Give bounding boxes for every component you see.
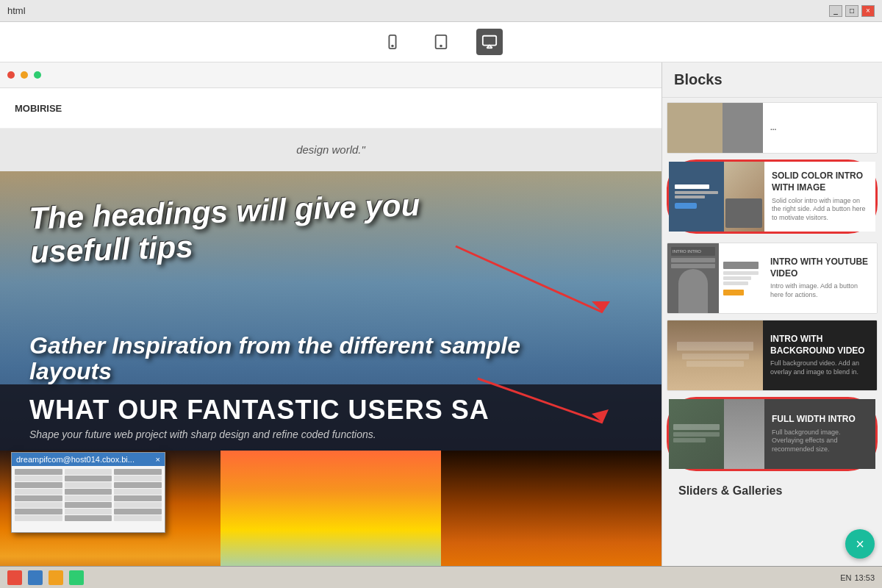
tablet-view-button[interactable] (428, 29, 454, 55)
chat-row (15, 476, 162, 481)
block-item-top-partial[interactable]: ... (667, 102, 878, 154)
block-item-full-width[interactable]: FULL WIDTH INTRO Full background image. … (667, 397, 878, 471)
block-desc-youtube: Intro with image. Add a button here for … (770, 282, 870, 299)
taskbar-icon-2[interactable] (28, 570, 43, 585)
quote-area: design world." (0, 129, 662, 171)
chat-body (12, 466, 165, 532)
block-title-partial: ... (770, 123, 870, 132)
block-item-solid-color-intro[interactable]: SOLID COLOR INTRO WITH IMAGE Solid color… (667, 159, 878, 234)
chat-close-icon[interactable]: × (156, 455, 160, 464)
title-bar: html _ □ × (0, 0, 882, 22)
image-strip-item-3 (441, 451, 662, 566)
blocks-list[interactable]: ... (662, 98, 882, 566)
sliders-galleries-label: Sliders & Galleries (667, 477, 878, 502)
block-title-fullwidth: FULL WIDTH INTRO (772, 414, 868, 426)
chat-row (15, 502, 162, 508)
block-title-bgvideo: INTRO WITH BACKGROUND VIDEO (770, 334, 870, 356)
status-bar: EN 13:53 (0, 566, 882, 588)
testimonial-heading: WHAT OUR FANTASTIC USERS SA (29, 395, 632, 426)
toolbar (0, 22, 882, 62)
hero-section: The headings will give you usefull tips … (0, 171, 662, 451)
main-content-area: MOBIRISE design world." The headings wil… (0, 62, 662, 566)
language-indicator: EN (840, 573, 851, 582)
taskbar-icon-4[interactable] (69, 570, 84, 585)
close-button[interactable]: × (861, 5, 875, 17)
svg-point-1 (392, 46, 393, 47)
image-strip-item-2 (220, 451, 441, 566)
block-title-solid: SOLID COLOR INTRO WITH IMAGE (772, 171, 868, 193)
block-title-youtube: INTRO WITH YOUTUBE VIDEO (770, 257, 870, 279)
chat-row (15, 515, 162, 521)
status-bar-right: EN 13:53 (840, 573, 875, 582)
preview-navbar: MOBIRISE (0, 88, 662, 129)
block-info-youtube: INTRO WITH YOUTUBE VIDEO Intro with imag… (763, 243, 877, 313)
block-info-solid: SOLID COLOR INTRO WITH IMAGE Solid color… (764, 162, 875, 232)
block-info: ... (763, 103, 877, 154)
preview-dot-yellow (21, 71, 28, 79)
preview-dot-red (7, 71, 15, 79)
hero-heading-2: Gather Inspiration from the different sa… (29, 333, 529, 384)
chat-row (15, 469, 162, 475)
floating-close-button[interactable]: × (845, 529, 875, 559)
maximize-button[interactable]: □ (845, 5, 858, 17)
window-title: html (7, 5, 26, 16)
svg-point-3 (440, 46, 442, 47)
status-bar-left (7, 570, 84, 585)
block-info-fullwidth: FULL WIDTH INTRO Full background image. … (764, 399, 875, 469)
brand-name: MOBIRISE (15, 103, 62, 114)
chat-title: dreampifcom@host014.cbox.bi... (16, 455, 135, 464)
window-controls[interactable]: _ □ × (829, 5, 875, 17)
mobile-view-button[interactable] (379, 29, 406, 55)
chat-row (15, 495, 162, 501)
hero-testimonial-bar: WHAT OUR FANTASTIC USERS SA Shape your f… (0, 384, 662, 451)
block-item-bg-video[interactable]: INTRO WITH BACKGROUND VIDEO Full backgro… (667, 320, 878, 391)
preview-browser-bar (0, 62, 662, 88)
preview-dot-green (34, 71, 41, 79)
taskbar-icon-3[interactable] (49, 570, 63, 585)
block-desc-bgvideo: Full background video. Add an overlay an… (770, 359, 870, 376)
testimonial-subtext: Shape your future web project with sharp… (29, 429, 632, 440)
website-preview: MOBIRISE design world." The headings wil… (0, 62, 662, 566)
svg-rect-4 (483, 36, 496, 46)
chat-row (15, 509, 162, 514)
taskbar-icon-1[interactable] (7, 570, 22, 585)
block-desc-fullwidth: Full background image. Overlaying effect… (772, 429, 868, 454)
chat-title-bar: dreampifcom@host014.cbox.bi... × (12, 453, 165, 466)
chat-row (15, 482, 162, 488)
blocks-sidebar: Blocks ... (662, 62, 882, 566)
quote-text: design world." (274, 132, 387, 167)
minimize-button[interactable]: _ (829, 5, 842, 17)
sidebar-header: Blocks (662, 62, 882, 98)
block-item-youtube-intro[interactable]: INTRO INTRO (667, 243, 878, 314)
clock: 13:53 (854, 573, 875, 582)
chat-window[interactable]: dreampifcom@host014.cbox.bi... × (11, 452, 165, 533)
chat-row (15, 489, 162, 495)
block-desc-solid: Solid color intro with image on the righ… (772, 197, 868, 223)
desktop-view-button[interactable] (476, 29, 503, 55)
block-info-bgvideo: INTRO WITH BACKGROUND VIDEO Full backgro… (763, 320, 877, 390)
